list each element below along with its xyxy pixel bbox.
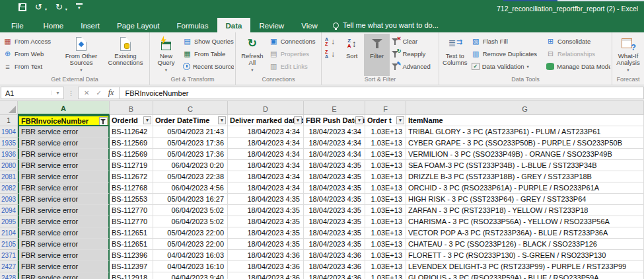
- undo-icon[interactable]: ↺: [35, 3, 42, 11]
- cell[interactable]: 1.03E+13: [365, 126, 406, 138]
- cell[interactable]: FBR service error: [18, 149, 110, 160]
- cell[interactable]: 18/04/2023 4:36: [228, 250, 304, 261]
- tab-review[interactable]: Review: [250, 18, 293, 32]
- row-number[interactable]: 2080: [0, 160, 18, 171]
- cell[interactable]: 18/04/2023 4:34: [228, 149, 304, 160]
- cell[interactable]: 18/04/2023 4:34: [228, 182, 304, 194]
- tab-data[interactable]: Data: [217, 18, 251, 32]
- undo-dropdown-icon[interactable]: ▾: [45, 7, 47, 11]
- data-validation-button[interactable]: ✓Data Validation▾: [470, 60, 544, 73]
- consolidate-button[interactable]: ⊞Consolidate: [544, 35, 610, 48]
- from-table-button[interactable]: ▦From Table: [181, 48, 234, 60]
- cell[interactable]: FLORETT - 3 PC (RSO233P130) - S-GREEN / …: [406, 250, 644, 261]
- tab-home[interactable]: Home: [35, 18, 73, 32]
- cell[interactable]: ORCHID - 3 PC (RSO233P61A) - PURPLE / RS…: [406, 182, 644, 194]
- cell[interactable]: 18/04/2023 4:34: [228, 126, 304, 138]
- cell[interactable]: 18/04/2023 4:34: [228, 138, 304, 149]
- cell[interactable]: 06/04/2023 0:20: [153, 160, 228, 171]
- tell-me-box[interactable]: Tell me what you want to do...: [326, 18, 439, 32]
- row-number[interactable]: 2094: [0, 205, 18, 216]
- from-text-button[interactable]: ≡From Text: [1, 60, 59, 73]
- cell[interactable]: 1.03E+13: [365, 182, 406, 194]
- cell[interactable]: 18/04/2023 4:35: [304, 171, 365, 182]
- advanced-filter-button[interactable]: ✎Advanced: [390, 60, 437, 73]
- cell[interactable]: 05/04/2023 16:27: [153, 194, 228, 205]
- cell[interactable]: CHARISMA - 3 PC (RSO233P56A) - YELLOW / …: [406, 216, 644, 227]
- cell[interactable]: 1.03E+13: [365, 216, 406, 227]
- cell[interactable]: 18/04/2023 4:34: [304, 149, 365, 160]
- column-header-a[interactable]: A: [18, 101, 110, 115]
- cell[interactable]: FBR service error: [18, 194, 110, 205]
- cell[interactable]: BS-112396: [110, 250, 153, 261]
- cell[interactable]: 1.03E+13: [365, 171, 406, 182]
- cell[interactable]: BS-112651: [110, 239, 153, 250]
- from-other-sources-button[interactable]: From Other Sources ▾: [59, 34, 103, 76]
- column-header-d[interactable]: D: [228, 101, 304, 115]
- cell[interactable]: 18/04/2023 4:35: [304, 239, 365, 250]
- cell[interactable]: 06/04/2023 5:02: [153, 205, 228, 216]
- manage-data-model-button[interactable]: Manage Data Model: [544, 60, 610, 73]
- cell-a1-fbrinvoicenumber[interactable]: FBRInvoiceNumber: [18, 115, 110, 126]
- cell-e1-fbr-push-date[interactable]: FBR Push Date tim: [304, 115, 365, 126]
- cell[interactable]: GLORIOUS - 3 PC (RSO233P59A) - BLUE / RS…: [406, 272, 644, 279]
- tab-insert[interactable]: Insert: [72, 18, 108, 32]
- cell[interactable]: 1.03E+13: [365, 227, 406, 239]
- filter-applied-icon[interactable]: [99, 117, 108, 126]
- row-number[interactable]: 1935: [0, 138, 18, 149]
- cell[interactable]: CYBER GRAPE - 3 PC (SSO233P50B) - PURPLE…: [406, 138, 644, 149]
- cell[interactable]: 1.03E+13: [365, 194, 406, 205]
- insert-function-icon[interactable]: fx: [108, 88, 114, 98]
- cell[interactable]: 18/04/2023 4:34: [228, 171, 304, 182]
- filter-dropdown-icon[interactable]: [294, 116, 302, 124]
- row-number[interactable]: 1: [0, 115, 18, 126]
- cell[interactable]: FBR service error: [18, 205, 110, 216]
- cell[interactable]: FBR service error: [18, 160, 110, 171]
- cell[interactable]: 1.03E+13: [365, 261, 406, 272]
- cell[interactable]: 18/04/2023 4:36: [304, 250, 365, 261]
- cell[interactable]: 18/04/2023 4:34: [304, 138, 365, 149]
- cell[interactable]: VECTOR POP A-3 PC (RST233P36A) - BLUE / …: [406, 227, 644, 239]
- column-header-c[interactable]: C: [153, 101, 228, 115]
- cell[interactable]: 05/04/2023 22:00: [153, 239, 228, 250]
- tab-page-layout[interactable]: Page Layout: [108, 18, 168, 32]
- cell[interactable]: 18/04/2023 4:35: [228, 205, 304, 216]
- cell[interactable]: LEVENDEX DELIGHT-3 PC (RST233P99) - PURP…: [406, 261, 644, 272]
- new-query-button[interactable]: New Query ▾: [151, 34, 181, 76]
- row-number[interactable]: 1904: [0, 126, 18, 138]
- cell[interactable]: 18/04/2023 4:36: [228, 272, 304, 279]
- enter-icon[interactable]: ✓: [96, 89, 101, 97]
- row-number[interactable]: 2095: [0, 216, 18, 227]
- cell[interactable]: DRIZZLE B-3 PC (SST233P18B) - GREY / SST…: [406, 171, 644, 182]
- cell[interactable]: 18/04/2023 4:34: [304, 126, 365, 138]
- cell[interactable]: SEA FOAM-3 PC (SST233P34B) - L-BLUE / SS…: [406, 160, 644, 171]
- tab-view[interactable]: View: [293, 18, 326, 32]
- sort-ascending-button[interactable]: AZ↓: [323, 35, 340, 48]
- tab-file[interactable]: File: [0, 18, 35, 32]
- row-number[interactable]: 2093: [0, 194, 18, 205]
- cell[interactable]: BS-112672: [110, 171, 153, 182]
- cell[interactable]: BS-112553: [110, 194, 153, 205]
- column-header-g[interactable]: G: [406, 101, 644, 115]
- column-header-b[interactable]: B: [110, 101, 153, 115]
- relationships-button[interactable]: ⊟Relationships: [544, 48, 610, 60]
- recent-sources-button[interactable]: Recent Sources: [181, 60, 234, 73]
- cell[interactable]: 04/04/2023 16:03: [153, 250, 228, 261]
- cell[interactable]: 18/04/2023 4:35: [304, 216, 365, 227]
- tab-formulas[interactable]: Formulas: [168, 18, 217, 32]
- sort-button[interactable]: ZA↕ Sort: [340, 34, 364, 76]
- cell[interactable]: FBR service error: [18, 261, 110, 272]
- cell-b1-orderid[interactable]: OrderId: [110, 115, 153, 126]
- cell[interactable]: 18/04/2023 4:35: [228, 216, 304, 227]
- cell[interactable]: 18/04/2023 4:35: [304, 205, 365, 216]
- cell[interactable]: 18/04/2023 4:36: [304, 272, 365, 279]
- cell[interactable]: FBR service error: [18, 171, 110, 182]
- cell[interactable]: 06/04/2023 4:56: [153, 182, 228, 194]
- cell[interactable]: FBR service error: [18, 126, 110, 138]
- cell[interactable]: 1.03E+13: [365, 205, 406, 216]
- cell[interactable]: 1.03E+13: [365, 272, 406, 279]
- cell[interactable]: 05/04/2023 22:00: [153, 227, 228, 239]
- filter-dropdown-icon[interactable]: [396, 116, 404, 124]
- remove-duplicates-button[interactable]: ▥Remove Duplicates: [470, 48, 544, 60]
- connections-button[interactable]: ▣Connections: [268, 35, 320, 48]
- save-icon[interactable]: [18, 3, 26, 11]
